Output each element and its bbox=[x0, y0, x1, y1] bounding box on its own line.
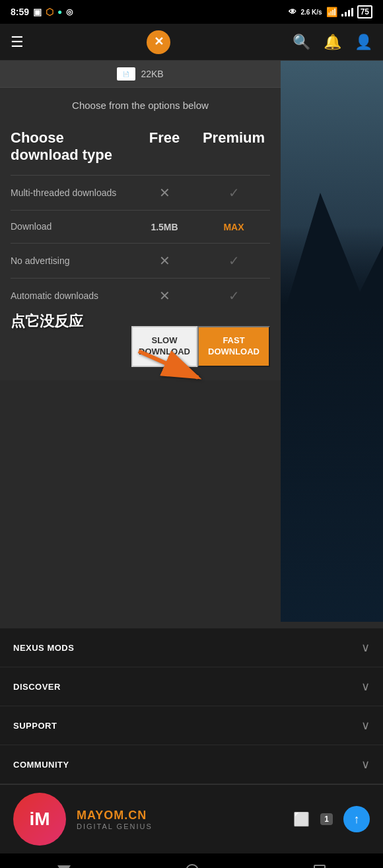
search-icon[interactable]: 🔍 bbox=[293, 34, 310, 51]
chevron-down-icon: ∨ bbox=[361, 640, 370, 655]
footer-label-support: SUPPORT bbox=[13, 721, 57, 731]
row-premium-advertising: ✓ bbox=[197, 253, 270, 269]
app-icon-4: ◎ bbox=[66, 7, 73, 17]
background-forest bbox=[281, 61, 383, 622]
file-size-text: 22KB bbox=[141, 69, 163, 79]
chinese-annotation: 点它没反应 bbox=[11, 312, 83, 331]
svg-text:✕: ✕ bbox=[153, 34, 163, 48]
row-free-auto: ✕ bbox=[131, 288, 197, 304]
bottom-nav-icons: ⬜ 1 ↑ bbox=[293, 806, 370, 832]
row-premium-multithreaded: ✓ bbox=[197, 185, 270, 201]
svg-rect-2 bbox=[281, 61, 383, 622]
main-content: 📄 22KB Choose from the options below Cho… bbox=[0, 61, 383, 628]
table-row: No advertising ✕ ✓ bbox=[11, 243, 270, 278]
status-indicators: 👁 2.6 K/s 📶 75 bbox=[289, 5, 372, 18]
eye-icon: 👁 bbox=[289, 7, 296, 17]
size-value: 1.5MB bbox=[151, 222, 178, 232]
row-label-auto: Automatic downloads bbox=[11, 290, 131, 302]
svg-marker-4 bbox=[294, 490, 314, 622]
row-premium-download: MAX bbox=[197, 220, 270, 234]
cross-icon: ✕ bbox=[159, 288, 170, 303]
footer-label-community: COMMUNITY bbox=[13, 760, 69, 770]
max-value: MAX bbox=[223, 222, 244, 232]
brand-subtitle: DIGITAL GENIUS bbox=[77, 822, 283, 830]
table-header: Choose download type Free Premium bbox=[11, 124, 270, 170]
bottom-brand: MAYOM.CN DIGITAL GENIUS bbox=[77, 809, 283, 830]
chevron-down-icon: ∨ bbox=[361, 679, 370, 694]
check-icon: ✓ bbox=[228, 253, 240, 268]
arrow-icon bbox=[132, 345, 211, 384]
hamburger-menu-icon[interactable]: ☰ bbox=[11, 34, 24, 51]
download-dialog: 📄 22KB Choose from the options below Cho… bbox=[0, 61, 281, 380]
header-type: Choose download type bbox=[11, 129, 131, 164]
footer-item-support[interactable]: SUPPORT ∨ bbox=[0, 706, 383, 745]
table-row: Download 1.5MB MAX bbox=[11, 210, 270, 243]
bell-icon[interactable]: 🔔 bbox=[324, 34, 341, 51]
file-size-bar: 📄 22KB bbox=[0, 61, 281, 88]
app-icon-2: ⬡ bbox=[46, 7, 53, 17]
nav-left: ☰ bbox=[11, 34, 24, 51]
footer-item-discover[interactable]: DISCOVER ∨ bbox=[0, 667, 383, 706]
file-icon: 📄 bbox=[117, 67, 135, 81]
svg-marker-10 bbox=[307, 430, 340, 622]
im-logo[interactable]: iM bbox=[13, 793, 66, 846]
svg-marker-8 bbox=[353, 457, 380, 622]
chevron-down-icon: ∨ bbox=[361, 718, 370, 733]
download-table: Choose download type Free Premium Multi-… bbox=[0, 117, 281, 319]
row-label-download: Download bbox=[11, 220, 131, 232]
table-row: Multi-threaded downloads ✕ ✓ bbox=[11, 175, 270, 210]
row-label-multithreaded: Multi-threaded downloads bbox=[11, 187, 131, 199]
back-button[interactable] bbox=[57, 865, 71, 868]
check-icon: ✓ bbox=[228, 288, 240, 303]
footer-item-nexus[interactable]: NEXUS MODS ∨ bbox=[0, 628, 383, 667]
bottom-bar: iM MAYOM.CN DIGITAL GENIUS ⬜ 1 ↑ bbox=[0, 784, 383, 853]
tab-count-badge: 1 bbox=[320, 813, 333, 825]
footer-sections: NEXUS MODS ∨ DISCOVER ∨ SUPPORT ∨ COMMUN… bbox=[0, 628, 383, 784]
wifi-icon: 📶 bbox=[326, 7, 337, 17]
battery-icon: 75 bbox=[357, 5, 372, 18]
forest-svg bbox=[281, 61, 383, 622]
svg-marker-3 bbox=[281, 193, 383, 622]
chevron-down-icon: ∨ bbox=[361, 757, 370, 772]
svg-marker-5 bbox=[287, 457, 314, 622]
choose-options-text: Choose from the options below bbox=[0, 88, 281, 117]
app-icon-3: ● bbox=[57, 7, 62, 17]
app-icon-1: ▣ bbox=[33, 7, 42, 17]
signal-icon bbox=[341, 8, 353, 17]
cross-icon: ✕ bbox=[159, 185, 170, 200]
footer-label-discover: DISCOVER bbox=[13, 682, 61, 692]
cross-icon: ✕ bbox=[159, 253, 170, 268]
scroll-up-button[interactable]: ↑ bbox=[343, 806, 370, 832]
svg-marker-11 bbox=[347, 450, 380, 622]
status-bar: 8:59 ▣ ⬡ ● ◎ 👁 2.6 K/s 📶 75 bbox=[0, 0, 383, 24]
top-navigation: ☰ ✕ 🔍 🔔 👤 bbox=[0, 24, 383, 61]
logo-container[interactable]: ✕ bbox=[147, 30, 170, 54]
nexus-mods-logo: ✕ bbox=[147, 30, 170, 54]
footer-label-nexus: NEXUS MODS bbox=[13, 643, 74, 653]
android-nav-bar bbox=[0, 853, 383, 868]
svg-marker-6 bbox=[314, 444, 340, 622]
header-premium: Premium bbox=[197, 129, 270, 164]
footer-item-community[interactable]: COMMUNITY ∨ bbox=[0, 745, 383, 784]
svg-marker-9 bbox=[281, 510, 307, 622]
svg-line-13 bbox=[139, 351, 198, 378]
tab-icon[interactable]: ⬜ bbox=[293, 811, 310, 827]
arrow-overlay bbox=[132, 345, 211, 387]
recents-button[interactable] bbox=[314, 865, 326, 868]
row-label-advertising: No advertising bbox=[11, 255, 131, 267]
row-premium-auto: ✓ bbox=[197, 288, 270, 304]
row-free-advertising: ✕ bbox=[131, 253, 197, 269]
status-time: 8:59 ▣ ⬡ ● ◎ bbox=[11, 7, 73, 17]
home-button[interactable] bbox=[186, 864, 199, 868]
table-row: Automatic downloads ✕ ✓ bbox=[11, 278, 270, 313]
check-icon: ✓ bbox=[228, 185, 240, 200]
svg-marker-7 bbox=[333, 470, 360, 622]
nav-right: 🔍 🔔 👤 bbox=[293, 34, 372, 51]
time-display: 8:59 bbox=[11, 7, 29, 17]
speed-display: 2.6 K/s bbox=[300, 9, 322, 16]
user-icon[interactable]: 👤 bbox=[355, 34, 372, 51]
brand-name: MAYOM.CN bbox=[77, 809, 283, 822]
row-free-download: 1.5MB bbox=[131, 220, 197, 234]
row-free-multithreaded: ✕ bbox=[131, 185, 197, 201]
header-free: Free bbox=[131, 129, 197, 164]
